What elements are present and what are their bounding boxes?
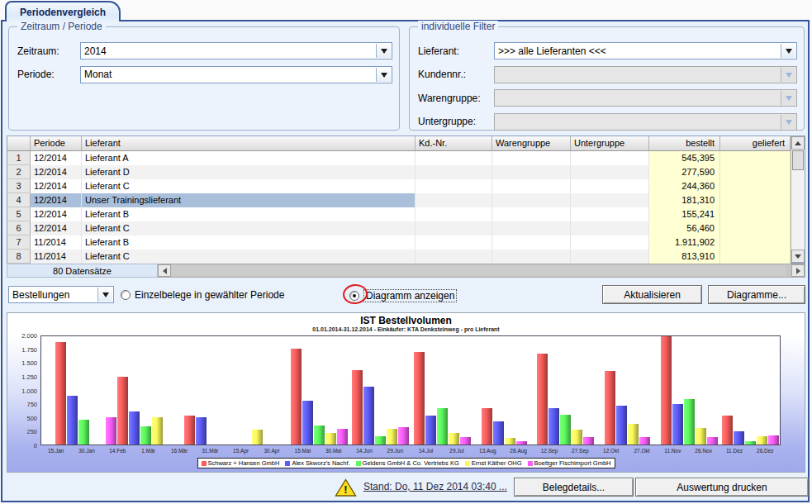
combo-arrow-button[interactable]: [376, 68, 391, 82]
lieferant-combo[interactable]: >>> alle Lieferanten <<<: [494, 42, 797, 59]
cell-untergruppe[interactable]: [571, 165, 649, 179]
cell-periode[interactable]: 12/2014: [31, 165, 82, 179]
cell-periode[interactable]: 12/2014: [31, 207, 82, 221]
scroll-down-button[interactable]: [791, 250, 805, 263]
cell-geliefert[interactable]: [720, 235, 791, 250]
column-header-geliefert[interactable]: geliefert: [720, 136, 791, 151]
cell-untergruppe[interactable]: [571, 221, 649, 235]
row-number[interactable]: 5: [7, 207, 31, 221]
aktualisieren-button[interactable]: Aktualisieren: [602, 285, 702, 304]
auswertung-drucken-button[interactable]: Auswertung drucken: [635, 478, 809, 497]
stand-status-link[interactable]: Stand: Do, 11 Dez 2014 03:40 ...: [363, 481, 507, 492]
column-header-Untergruppe[interactable]: Untergruppe: [571, 136, 649, 151]
cell-lieferant[interactable]: Unser Trainingslieferant: [82, 193, 415, 207]
cell-geliefert[interactable]: [720, 207, 791, 221]
cell-lieferant[interactable]: Lieferant D: [82, 165, 415, 179]
row-number[interactable]: 8: [7, 250, 31, 264]
radio-einzelbelege[interactable]: Einzelbelege in gewählter Periode: [121, 289, 284, 301]
cell-geliefert[interactable]: [720, 151, 791, 165]
cell-geliefert[interactable]: [720, 193, 791, 207]
column-header-Periode[interactable]: Periode: [31, 136, 82, 151]
combo-arrow-button[interactable]: [97, 288, 112, 302]
row-number[interactable]: 7: [7, 235, 31, 250]
cell-warengruppe[interactable]: [492, 151, 571, 165]
cell-bestellt[interactable]: 181,310: [649, 193, 720, 207]
cell-geliefert[interactable]: [720, 250, 791, 264]
scroll-up-button[interactable]: [791, 136, 805, 150]
cell-kdnr[interactable]: [415, 235, 492, 250]
cell-warengruppe[interactable]: [492, 193, 571, 207]
table-row[interactable]: 112/2014Lieferant A545,395: [7, 151, 791, 165]
periode-combo[interactable]: Monat: [80, 66, 392, 83]
row-number[interactable]: 3: [7, 179, 31, 193]
table-row[interactable]: 711/2014Lieferant B1.911,902: [7, 235, 791, 250]
radio-label-einzelbelege[interactable]: Einzelbelege in gewählter Periode: [135, 289, 284, 301]
cell-untergruppe[interactable]: [571, 151, 649, 165]
cell-untergruppe[interactable]: [571, 207, 649, 221]
cell-warengruppe[interactable]: [492, 165, 571, 179]
cell-untergruppe[interactable]: [571, 179, 649, 193]
column-header-rownum[interactable]: [7, 136, 31, 151]
horizontal-scrollbar-thumb[interactable]: [172, 265, 786, 276]
cell-lieferant[interactable]: Lieferant B: [82, 235, 415, 250]
cell-geliefert[interactable]: [720, 221, 791, 235]
cell-lieferant[interactable]: Lieferant C: [82, 221, 415, 235]
cell-kdnr[interactable]: [415, 165, 492, 179]
cell-bestellt[interactable]: 244,360: [649, 179, 720, 193]
belegdetails-button[interactable]: Belegdetails...: [514, 478, 634, 497]
cell-bestellt[interactable]: 545,395: [649, 151, 720, 165]
cell-warengruppe[interactable]: [492, 235, 571, 250]
column-header-Warengruppe[interactable]: Warengruppe: [492, 136, 571, 151]
table-row[interactable]: 212/2014Lieferant D277,590: [7, 165, 791, 179]
cell-bestellt[interactable]: 813,910: [649, 250, 720, 264]
cell-warengruppe[interactable]: [492, 179, 571, 193]
cell-bestellt[interactable]: 1.911,902: [649, 235, 720, 250]
cell-warengruppe[interactable]: [492, 207, 571, 221]
cell-periode[interactable]: 12/2014: [31, 193, 82, 207]
cell-untergruppe[interactable]: [571, 250, 649, 264]
cell-kdnr[interactable]: [415, 221, 492, 235]
radio-label-diagramm[interactable]: Diagramm anzeigen: [363, 289, 457, 302]
cell-warengruppe[interactable]: [492, 250, 571, 264]
combo-arrow-button[interactable]: [781, 44, 795, 58]
row-number[interactable]: 2: [7, 165, 31, 179]
row-number[interactable]: 1: [7, 151, 31, 165]
table-vertical-scrollbar[interactable]: [791, 136, 805, 263]
cell-kdnr[interactable]: [415, 151, 492, 165]
cell-warengruppe[interactable]: [492, 221, 571, 235]
cell-bestellt[interactable]: 277,590: [649, 165, 720, 179]
view-select-combo[interactable]: Bestellungen: [8, 286, 114, 303]
cell-bestellt[interactable]: 56,460: [649, 221, 720, 235]
scroll-right-button[interactable]: [791, 264, 805, 277]
cell-geliefert[interactable]: [720, 179, 791, 193]
zeitraum-combo[interactable]: 2014: [80, 42, 392, 59]
cell-geliefert[interactable]: [720, 165, 791, 179]
vertical-scrollbar-thumb[interactable]: [792, 150, 804, 170]
cell-bestellt[interactable]: 155,241: [649, 207, 720, 221]
table-row[interactable]: 811/2014Lieferant C813,910: [7, 250, 791, 264]
cell-periode[interactable]: 11/2014: [31, 235, 82, 250]
column-header-Kd.-Nr.[interactable]: Kd.-Nr.: [415, 136, 492, 151]
cell-untergruppe[interactable]: [571, 235, 649, 250]
column-header-bestellt[interactable]: bestellt: [649, 136, 720, 151]
horizontal-scrollbar-track[interactable]: [171, 264, 791, 277]
cell-lieferant[interactable]: Lieferant A: [82, 151, 415, 165]
row-number[interactable]: 6: [7, 221, 31, 235]
row-number[interactable]: 4: [7, 193, 31, 207]
cell-kdnr[interactable]: [415, 179, 492, 193]
table-row[interactable]: 612/2014Lieferant C56,460: [7, 221, 791, 235]
diagramme-button[interactable]: Diagramme...: [708, 285, 805, 304]
cell-periode[interactable]: 12/2014: [31, 221, 82, 235]
table-horizontal-scrollbar[interactable]: [158, 264, 805, 278]
cell-periode[interactable]: 12/2014: [31, 179, 82, 193]
cell-lieferant[interactable]: Lieferant C: [82, 179, 415, 193]
table-row[interactable]: 412/2014Unser Trainingslieferant181,310: [7, 193, 791, 207]
cell-untergruppe[interactable]: [571, 193, 649, 207]
combo-arrow-button[interactable]: [376, 44, 391, 58]
cell-kdnr[interactable]: [415, 193, 492, 207]
cell-periode[interactable]: 11/2014: [31, 250, 82, 264]
table-row[interactable]: 312/2014Lieferant C244,360: [7, 179, 791, 193]
cell-kdnr[interactable]: [415, 207, 492, 221]
tab-periodenvergleich[interactable]: Periodenvergleich: [5, 1, 121, 21]
scroll-left-button[interactable]: [158, 264, 171, 277]
